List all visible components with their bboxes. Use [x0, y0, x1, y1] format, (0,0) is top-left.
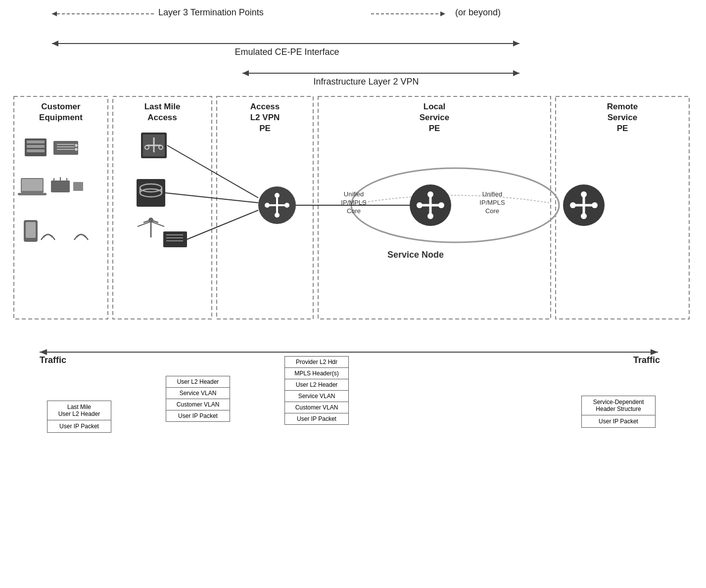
col-title-local-service-pe: LocalServicePE: [318, 101, 551, 134]
layer3-label: Layer 3 Termination Points: [158, 7, 264, 18]
packet-1-row-1: Last MileUser L2 Header: [47, 401, 111, 420]
svg-point-44: [140, 189, 162, 197]
packet-2-row-3: Customer VLAN: [166, 399, 230, 410]
svg-rect-25: [21, 178, 44, 193]
svg-point-82: [581, 213, 587, 219]
unified-core-label-2: UnifiedIP/MPLSCore: [470, 190, 515, 216]
svg-rect-26: [22, 179, 43, 191]
svg-rect-11: [113, 96, 212, 319]
svg-line-48: [143, 220, 151, 223]
packet-3-row-1: Provider L2 Hdr: [285, 357, 348, 368]
diagram-container: Layer 3 Termination Points (or beyond) E…: [0, 0, 706, 588]
col-title-customer-equipment: CustomerEquipment: [14, 101, 108, 123]
svg-rect-32: [73, 182, 83, 191]
svg-line-64: [167, 145, 258, 198]
packet-2-row-4: User IP Packet: [166, 410, 230, 421]
svg-point-40: [159, 145, 163, 149]
svg-rect-28: [51, 181, 70, 192]
packet-stack-1: Last MileUser L2 Header User IP Packet: [47, 401, 111, 433]
service-node-label: Service Node: [371, 250, 460, 260]
or-beyond-label: (or beyond): [455, 7, 501, 18]
svg-point-68: [410, 184, 451, 226]
svg-point-76: [563, 184, 605, 226]
svg-point-43: [140, 184, 162, 192]
svg-rect-15: [25, 138, 47, 156]
svg-marker-5: [52, 41, 58, 46]
svg-point-24: [75, 148, 78, 151]
svg-rect-35: [141, 133, 167, 158]
svg-point-80: [592, 202, 598, 208]
packet-3-row-2: MPLS Header(s): [285, 368, 348, 379]
col-title-remote-service-pe: RemoteServicePE: [556, 101, 689, 134]
svg-point-73: [427, 191, 433, 197]
svg-point-67: [351, 168, 559, 242]
svg-point-63: [275, 213, 280, 218]
traffic-right-label: Traffic: [633, 355, 660, 365]
svg-marker-3: [440, 11, 445, 16]
svg-point-57: [258, 186, 296, 224]
svg-marker-1: [52, 11, 57, 16]
svg-rect-19: [53, 141, 78, 155]
traffic-left-label: Traffic: [40, 355, 66, 365]
svg-marker-8: [242, 70, 249, 76]
svg-marker-9: [513, 70, 519, 76]
svg-rect-16: [27, 140, 45, 143]
packet-4-row-2: User IP Packet: [582, 415, 655, 427]
svg-point-81: [581, 191, 587, 197]
svg-rect-36: [143, 135, 165, 156]
svg-rect-53: [163, 231, 187, 247]
svg-rect-18: [27, 149, 45, 152]
svg-point-79: [570, 202, 576, 208]
packet-1-row-2: User IP Packet: [47, 420, 111, 432]
col-title-last-mile-access: Last MileAccess: [113, 101, 212, 123]
packet-stack-2: User L2 Header Service VLAN Customer VLA…: [166, 376, 230, 422]
col-title-access-l2-vpn-pe: AccessL2 VPNPE: [217, 101, 313, 134]
svg-point-62: [275, 193, 280, 198]
svg-point-60: [265, 203, 270, 208]
svg-marker-6: [513, 41, 519, 46]
packet-stack-4: Service-DependentHeader Structure User I…: [581, 396, 656, 428]
svg-point-52: [148, 218, 153, 223]
svg-line-65: [165, 193, 258, 203]
packet-2-row-2: Service VLAN: [166, 388, 230, 399]
packet-3-row-3: User L2 Header: [285, 379, 348, 391]
svg-line-51: [151, 222, 164, 226]
svg-point-61: [284, 203, 289, 208]
svg-marker-84: [40, 349, 47, 355]
packet-3-row-4: Service VLAN: [285, 391, 348, 402]
unified-core-label-1: UnifiedIP/MPLSCore: [331, 190, 376, 216]
packet-2-row-1: User L2 Header: [166, 376, 230, 388]
packet-stack-3: Provider L2 Hdr MPLS Header(s) User L2 H…: [284, 356, 349, 425]
svg-point-74: [427, 213, 433, 219]
svg-line-50: [138, 222, 151, 226]
infra-layer2-vpn-label: Infrastructure Layer 2 VPN: [267, 77, 465, 87]
emulated-cepe-label: Emulated CE-PE Interface: [188, 47, 386, 57]
svg-line-49: [151, 220, 158, 223]
svg-rect-27: [18, 193, 47, 195]
svg-rect-33: [24, 220, 38, 242]
svg-overlay: [0, 0, 706, 588]
svg-point-72: [438, 202, 444, 208]
svg-point-71: [417, 202, 423, 208]
svg-rect-34: [26, 222, 36, 238]
svg-rect-10: [14, 96, 108, 319]
svg-rect-42: [137, 179, 165, 207]
svg-point-23: [75, 144, 78, 147]
svg-line-66: [187, 210, 258, 239]
packet-3-row-5: Customer VLAN: [285, 402, 348, 413]
svg-rect-17: [27, 145, 45, 148]
packet-3-row-6: User IP Packet: [285, 413, 348, 424]
svg-point-39: [145, 145, 149, 149]
svg-marker-85: [651, 349, 658, 355]
packet-4-row-1: Service-DependentHeader Structure: [582, 396, 655, 415]
